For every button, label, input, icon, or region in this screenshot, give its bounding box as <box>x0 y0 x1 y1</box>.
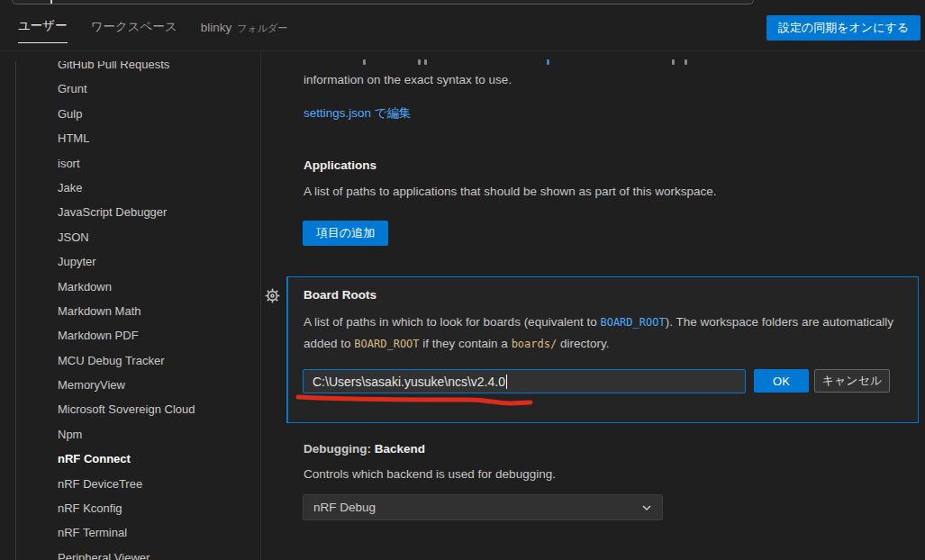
edit-in-settings-json-link[interactable]: settings.json で編集 <box>304 105 412 122</box>
board-root-code: BOARD_ROOT <box>354 338 419 350</box>
sidebar-item-npm[interactable]: Npm <box>0 422 260 447</box>
board-roots-desc-part1: A list of paths in which to look for boa… <box>304 315 600 329</box>
clipped-text-remnant <box>685 59 687 65</box>
add-item-button[interactable]: 項目の追加 <box>303 221 388 246</box>
clipped-text-remnant <box>418 59 421 65</box>
sidebar-item-isort[interactable]: isort <box>0 151 260 176</box>
text-caret <box>506 375 507 389</box>
clipped-text-remnant <box>424 59 427 65</box>
sidebar-item-nrf-connect[interactable]: nRF Connect <box>0 447 260 471</box>
cancel-button[interactable]: キャンセル <box>814 369 890 393</box>
tab-folder-blinky[interactable]: blinkyフォルダー <box>201 21 288 43</box>
debug-backend-select[interactable]: nRF Debug <box>303 494 663 520</box>
sidebar-item-grunt[interactable]: Grunt <box>0 77 260 101</box>
toc-scroll-clip <box>0 51 260 61</box>
settings-sync-button[interactable]: 設定の同期をオンにする <box>766 15 920 41</box>
tree-indent-guide <box>15 51 16 560</box>
sidebar-item-markdown[interactable]: Markdown <box>0 275 260 299</box>
tab-folder-name: blinky <box>201 21 232 34</box>
sidebar-item-markdown-math[interactable]: Markdown Math <box>0 299 260 323</box>
chevron-down-icon <box>640 501 653 514</box>
applications-title: Applications <box>304 158 376 172</box>
tab-workspace[interactable]: ワークスペース <box>91 19 177 43</box>
sidebar-item-peripheral-viewer[interactable]: Peripheral Viewer <box>0 546 260 560</box>
sidebar-item-memoryview[interactable]: MemoryView <box>0 373 260 397</box>
debugging-backend-title: Debugging: Backend <box>304 442 425 456</box>
board-roots-description: A list of paths in which to look for boa… <box>304 312 905 355</box>
settings-header: ユーザー ワークスペース blinkyフォルダー 設定の同期をオンにする <box>0 0 925 51</box>
gear-icon[interactable] <box>265 288 280 303</box>
debug-backend-selected-value: nRF Debug <box>313 501 376 514</box>
settings-search-input-clipped[interactable] <box>12 0 754 5</box>
intro-description-line: information on the exact syntax to use. <box>304 73 512 86</box>
tab-folder-suffix: フォルダー <box>237 23 287 33</box>
clipped-text-remnant <box>672 59 675 65</box>
board-roots-setting-row: Board Roots A list of paths in which to … <box>286 276 919 423</box>
sidebar-item-javascript-debugger[interactable]: JavaScript Debugger <box>0 200 260 224</box>
board-roots-title: Board Roots <box>304 288 376 302</box>
setting-name-label: Backend <box>375 442 425 456</box>
sidebar-item-nrf-devicetree[interactable]: nRF DeviceTree <box>0 472 260 496</box>
ok-button[interactable]: OK <box>754 369 809 393</box>
settings-toc: GitHub Pull Requests Grunt Gulp HTML iso… <box>0 51 261 560</box>
tab-user[interactable]: ユーザー <box>18 18 68 43</box>
sidebar-item-mcu-debug-tracker[interactable]: MCU Debug Tracker <box>0 348 260 373</box>
sidebar-item-html[interactable]: HTML <box>0 126 260 150</box>
sidebar-item-nrf-terminal[interactable]: nRF Terminal <box>0 520 260 545</box>
board-roots-path-input[interactable]: C:\Users\sasaki.yusuke\ncs\v2.4.0 <box>303 369 746 393</box>
sidebar-item-jake[interactable]: Jake <box>0 176 260 200</box>
settings-body: information on the exact syntax to use. … <box>262 51 925 560</box>
board-root-code-link[interactable]: BOARD_ROOT <box>600 316 665 329</box>
sidebar-item-json[interactable]: JSON <box>0 225 260 249</box>
sidebar-item-markdown-pdf[interactable]: Markdown PDF <box>0 323 260 348</box>
boards-dir-code: boards/ <box>512 338 558 350</box>
board-roots-desc-part4: directory. <box>557 337 609 350</box>
clipped-link-remnant <box>547 59 549 65</box>
board-roots-path-value: C:\Users\sasaki.yusuke\ncs\v2.4.0 <box>313 375 505 389</box>
debugging-backend-description: Controls which backend is used for debug… <box>304 467 556 481</box>
sidebar-item-jupyter[interactable]: Jupyter <box>0 249 260 274</box>
board-roots-desc-part3: if they contain a <box>420 337 512 350</box>
toc-list: GitHub Pull Requests Grunt Gulp HTML iso… <box>0 52 260 560</box>
sidebar-item-microsoft-sovereign-cloud[interactable]: Microsoft Sovereign Cloud <box>0 397 260 421</box>
scope-tabs: ユーザー ワークスペース blinkyフォルダー <box>18 18 287 43</box>
sidebar-item-nrf-kconfig[interactable]: nRF Kconfig <box>0 496 260 520</box>
sidebar-item-gulp[interactable]: Gulp <box>0 102 260 126</box>
applications-description: A list of paths to applications that sho… <box>304 185 717 198</box>
clipped-text-remnant <box>363 59 366 65</box>
search-caret <box>50 0 52 4</box>
setting-category-label: Debugging: <box>304 442 375 456</box>
